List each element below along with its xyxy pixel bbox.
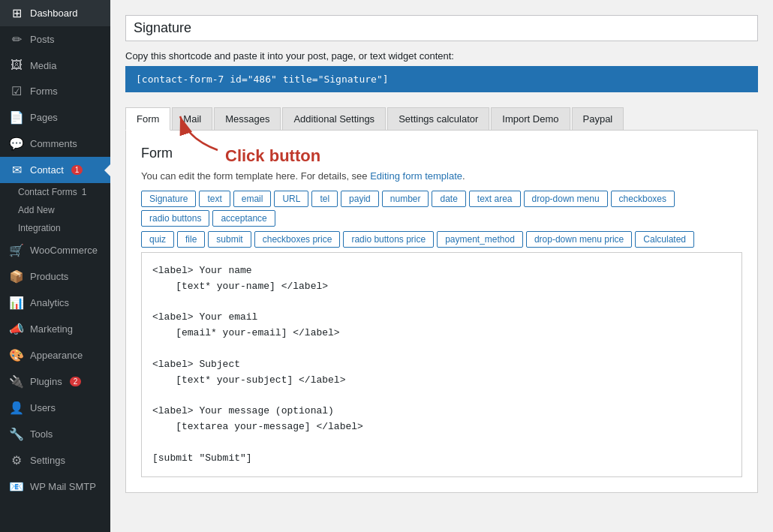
sidebar-sub-label: Contact Forms bbox=[18, 187, 77, 197]
sidebar-item-label: Comments bbox=[30, 138, 77, 149]
settings-icon: ⚙ bbox=[9, 453, 24, 467]
woocommerce-icon: 🛒 bbox=[9, 243, 24, 257]
appearance-icon: 🎨 bbox=[9, 348, 24, 362]
sidebar-item-analytics[interactable]: 📊 Analytics bbox=[0, 290, 110, 316]
tag-btn-signature[interactable]: Signature bbox=[141, 191, 196, 207]
tag-btn-text-area[interactable]: text area bbox=[469, 191, 521, 207]
sidebar-item-label: Users bbox=[30, 402, 56, 413]
tools-icon: 🔧 bbox=[9, 427, 24, 441]
forms-icon: ☑ bbox=[9, 84, 24, 98]
tab-settings-calculator[interactable]: Settings calculator bbox=[387, 107, 489, 130]
wp-mail-smtp-icon: 📧 bbox=[9, 479, 24, 494]
tag-btn-quiz[interactable]: quiz bbox=[141, 231, 174, 248]
sidebar-item-woocommerce[interactable]: 🛒 WooCommerce bbox=[0, 237, 110, 263]
page-title-input[interactable] bbox=[125, 15, 758, 41]
tag-btn-file[interactable]: file bbox=[177, 231, 205, 248]
sidebar-item-users[interactable]: 👤 Users bbox=[0, 395, 110, 421]
tag-btn-date[interactable]: date bbox=[432, 191, 465, 207]
tag-buttons-row2: quiz file submit checkboxes price radio … bbox=[141, 231, 742, 248]
arrow-annotation bbox=[173, 109, 233, 154]
tag-btn-url[interactable]: URL bbox=[274, 191, 308, 207]
tag-btn-acceptance[interactable]: acceptance bbox=[212, 210, 275, 227]
sidebar-item-label: Plugins bbox=[30, 376, 62, 387]
sidebar-item-wp-mail-smtp[interactable]: 📧 WP Mail SMTP bbox=[0, 473, 110, 500]
shortcode-box[interactable]: [contact-form-7 id="486" title="Signatur… bbox=[125, 66, 758, 92]
tab-form[interactable]: Form bbox=[125, 107, 170, 131]
tag-btn-number[interactable]: number bbox=[382, 191, 429, 207]
sidebar-item-products[interactable]: 📦 Products bbox=[0, 263, 110, 290]
sidebar-sub-label: Add New bbox=[18, 205, 55, 215]
tab-additional-settings[interactable]: Additional Settings bbox=[282, 107, 386, 130]
tag-btn-calculated[interactable]: Calculated bbox=[635, 231, 694, 248]
contact-forms-badge: 1 bbox=[82, 187, 87, 197]
click-button-annotation: Click button bbox=[225, 146, 320, 166]
sidebar-item-integration[interactable]: Integration bbox=[0, 219, 110, 237]
sidebar-item-label: Posts bbox=[30, 34, 55, 45]
contact-icon: ✉ bbox=[9, 163, 24, 177]
plugins-badge: 2 bbox=[70, 377, 82, 386]
tab-paypal[interactable]: Paypal bbox=[572, 107, 624, 130]
tag-btn-dropdown-menu-price[interactable]: drop-down menu price bbox=[526, 231, 632, 248]
sidebar-item-pages[interactable]: 📄 Pages bbox=[0, 104, 110, 131]
sidebar-item-label: Contact bbox=[30, 164, 64, 176]
tag-btn-submit[interactable]: submit bbox=[208, 231, 251, 248]
tag-btn-tel[interactable]: tel bbox=[311, 191, 338, 207]
sidebar-item-appearance[interactable]: 🎨 Appearance bbox=[0, 342, 110, 368]
code-editor[interactable]: <label> Your name [text* your-name] </la… bbox=[141, 252, 742, 477]
sidebar-item-label: Dashboard bbox=[30, 8, 78, 19]
marketing-icon: 📣 bbox=[9, 322, 24, 336]
form-panel-header: Form Click button bbox=[141, 146, 742, 166]
sidebar-item-comments[interactable]: 💬 Comments bbox=[0, 131, 110, 157]
sidebar-item-contact-forms[interactable]: Contact Forms 1 bbox=[0, 183, 110, 201]
comments-icon: 💬 bbox=[9, 137, 24, 151]
tag-buttons-row1: Signature text email URL tel payid numbe… bbox=[141, 191, 742, 227]
contact-badge: 1 bbox=[71, 165, 83, 175]
products-icon: 📦 bbox=[9, 269, 24, 284]
sidebar-item-label: Products bbox=[30, 271, 68, 282]
form-panel: Form Click button You can edit bbox=[125, 131, 758, 493]
sidebar-item-tools[interactable]: 🔧 Tools bbox=[0, 421, 110, 447]
sidebar-item-label: Settings bbox=[30, 455, 65, 466]
tag-btn-radio-buttons[interactable]: radio buttons bbox=[141, 210, 209, 227]
sidebar-item-label: Analytics bbox=[30, 297, 69, 308]
sidebar-item-posts[interactable]: ✏ Posts bbox=[0, 26, 110, 53]
tag-btn-payment-method[interactable]: payment_method bbox=[437, 231, 523, 248]
sidebar: ⊞ Dashboard ✏ Posts 🖼 Media ☑ Forms 📄 Pa… bbox=[0, 0, 110, 532]
sidebar-item-dashboard[interactable]: ⊞ Dashboard bbox=[0, 0, 110, 26]
tag-btn-checkboxes[interactable]: checkboxes bbox=[611, 191, 675, 207]
sidebar-item-label: WooCommerce bbox=[30, 245, 98, 256]
editing-form-template-link[interactable]: Editing form template bbox=[370, 170, 462, 182]
sidebar-item-label: Pages bbox=[30, 112, 58, 123]
tag-btn-radio-buttons-price[interactable]: radio buttons price bbox=[343, 231, 434, 248]
form-panel-title: Form bbox=[141, 146, 173, 161]
tag-btn-payid[interactable]: payid bbox=[341, 191, 379, 207]
posts-icon: ✏ bbox=[9, 32, 24, 47]
sidebar-item-label: Forms bbox=[30, 86, 58, 97]
sidebar-item-forms[interactable]: ☑ Forms bbox=[0, 78, 110, 104]
tag-btn-email[interactable]: email bbox=[233, 191, 272, 207]
sidebar-item-label: Appearance bbox=[30, 350, 83, 361]
tag-btn-text[interactable]: text bbox=[199, 191, 230, 207]
main-content: Copy this shortcode and paste it into yo… bbox=[110, 0, 773, 532]
dashboard-icon: ⊞ bbox=[9, 6, 24, 20]
media-icon: 🖼 bbox=[9, 59, 24, 72]
sidebar-item-label: Media bbox=[30, 60, 56, 71]
tab-import-demo[interactable]: Import Demo bbox=[491, 107, 570, 130]
analytics-icon: 📊 bbox=[9, 296, 24, 310]
sidebar-item-contact[interactable]: ✉ Contact 1 bbox=[0, 157, 110, 183]
active-arrow bbox=[104, 164, 110, 176]
sidebar-item-label: Marketing bbox=[30, 323, 73, 335]
sidebar-item-media[interactable]: 🖼 Media bbox=[0, 53, 110, 78]
form-description: You can edit the form template here. For… bbox=[141, 170, 742, 182]
tag-btn-checkboxes-price[interactable]: checkboxes price bbox=[254, 231, 341, 248]
sidebar-item-label: Tools bbox=[30, 428, 53, 440]
pages-icon: 📄 bbox=[9, 110, 24, 125]
tag-btn-dropdown-menu[interactable]: drop-down menu bbox=[524, 191, 608, 207]
users-icon: 👤 bbox=[9, 401, 24, 415]
sidebar-item-add-new[interactable]: Add New bbox=[0, 201, 110, 219]
sidebar-item-plugins[interactable]: 🔌 Plugins 2 bbox=[0, 368, 110, 395]
sidebar-sub-label: Integration bbox=[18, 223, 61, 233]
shortcode-label: Copy this shortcode and paste it into yo… bbox=[125, 50, 758, 62]
sidebar-item-marketing[interactable]: 📣 Marketing bbox=[0, 316, 110, 342]
sidebar-item-settings[interactable]: ⚙ Settings bbox=[0, 447, 110, 473]
